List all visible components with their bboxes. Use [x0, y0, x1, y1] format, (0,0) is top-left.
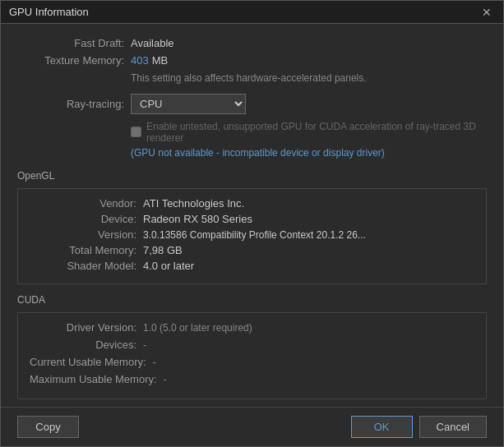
shader-model-row: Shader Model: 4.0 or later [30, 260, 474, 272]
cancel-button[interactable]: Cancel [419, 416, 487, 438]
ray-tracing-select[interactable]: CPU GPU [131, 94, 246, 114]
total-memory-value: 7,98 GB [143, 244, 183, 256]
texture-memory-amount: 403 [131, 54, 149, 67]
devices-value: - [143, 339, 146, 351]
device-row: Device: Radeon RX 580 Series [30, 213, 474, 225]
texture-memory-row: Texture Memory: 403 MB [17, 54, 487, 67]
cuda-section: CUDA Driver Version: 1.0 (5.0 or later r… [17, 294, 487, 399]
opengl-section-box: Vendor: ATI Technologies Inc. Device: Ra… [17, 188, 487, 284]
driver-version-label: Driver Version: [30, 321, 136, 334]
current-usable-value: - [153, 356, 156, 368]
dialog-footer: Copy OK Cancel [1, 407, 503, 446]
dialog-title: GPU Information [9, 6, 89, 18]
version-label: Version: [30, 228, 136, 241]
vendor-label: Vendor: [30, 197, 136, 210]
vendor-value: ATI Technologies Inc. [143, 197, 244, 210]
opengl-section: OpenGL Vendor: ATI Technologies Inc. Dev… [17, 170, 487, 284]
total-memory-label: Total Memory: [30, 244, 136, 256]
gpu-information-dialog: GPU Information ✕ Fast Draft: Available … [0, 0, 504, 447]
total-memory-row: Total Memory: 7,98 GB [30, 244, 474, 256]
version-row: Version: 3.0.13586 Compatibility Profile… [30, 228, 474, 241]
gpu-warning: (GPU not available - incompatible device… [131, 147, 487, 159]
current-usable-label: Current Usable Memory: [30, 356, 146, 368]
max-usable-label: Maximum Usable Memory: [30, 373, 157, 385]
cuda-checkbox[interactable] [131, 127, 141, 137]
driver-version-value: 1.0 (5.0 or later required) [143, 322, 252, 334]
cuda-section-box: Driver Version: 1.0 (5.0 or later requir… [17, 312, 487, 399]
current-usable-row: Current Usable Memory: - [30, 356, 474, 368]
max-usable-value: - [164, 373, 167, 385]
driver-version-row: Driver Version: 1.0 (5.0 or later requir… [30, 321, 474, 334]
footer-right-buttons: OK Cancel [351, 416, 487, 438]
max-usable-row: Maximum Usable Memory: - [30, 373, 474, 385]
device-value: Radeon RX 580 Series [143, 213, 252, 225]
texture-memory-label: Texture Memory: [17, 54, 124, 67]
fast-draft-value: Available [131, 37, 174, 49]
dialog-content: Fast Draft: Available Texture Memory: 40… [1, 24, 503, 407]
cuda-checkbox-row: Enable untested, unsupported GPU for CUD… [131, 121, 487, 144]
title-bar: GPU Information ✕ [1, 1, 503, 24]
devices-row: Devices: - [30, 339, 474, 351]
cuda-checkbox-label: Enable untested, unsupported GPU for CUD… [146, 121, 487, 144]
shader-model-value: 4.0 or later [143, 260, 194, 272]
vendor-row: Vendor: ATI Technologies Inc. [30, 197, 474, 210]
texture-memory-unit: MB [152, 54, 169, 67]
texture-memory-note: This setting also affects hardware-accel… [131, 71, 476, 85]
fast-draft-label: Fast Draft: [17, 37, 124, 49]
version-value: 3.0.13586 Compatibility Profile Context … [143, 229, 366, 241]
ray-tracing-label: Ray-tracing: [17, 98, 124, 110]
close-button[interactable]: ✕ [479, 7, 495, 18]
copy-button[interactable]: Copy [17, 416, 79, 438]
ray-tracing-row: Ray-tracing: CPU GPU [17, 94, 487, 114]
opengl-section-title: OpenGL [17, 170, 487, 182]
ok-button[interactable]: OK [351, 416, 413, 438]
fast-draft-row: Fast Draft: Available [17, 37, 487, 49]
device-label: Device: [30, 213, 136, 225]
cuda-section-title: CUDA [17, 294, 487, 306]
shader-model-label: Shader Model: [30, 260, 136, 272]
devices-label: Devices: [30, 339, 136, 351]
